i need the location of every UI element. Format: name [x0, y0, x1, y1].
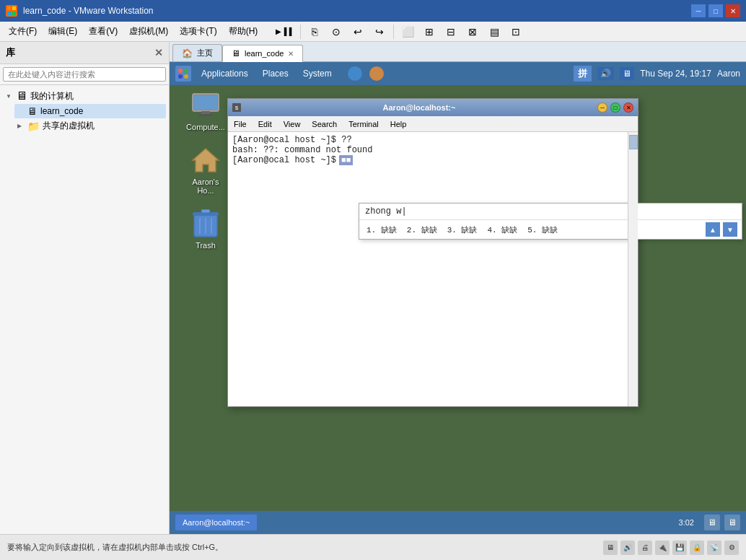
bottom-icon-2[interactable]: 🔊	[620, 541, 635, 555]
gnome-menu-system[interactable]: System	[299, 67, 336, 80]
computer-icon: 🖥	[16, 89, 27, 102]
terminal-menu-terminal[interactable]: Terminal	[343, 118, 385, 130]
gnome-apps-icon	[175, 66, 191, 82]
menu-help[interactable]: 帮助(H)	[223, 22, 264, 40]
svg-rect-15	[201, 209, 210, 213]
status-message: 要将输入定向到该虚拟机，请在虚拟机内部单击或按 Ctrl+G。	[7, 542, 223, 553]
desktop-icon-trash[interactable]: Trash	[184, 209, 227, 250]
terminal-title: Aaron@localhost:~	[244, 103, 594, 112]
bottom-icon-7[interactable]: 📡	[707, 541, 721, 555]
gnome-menu-places[interactable]: Places	[258, 67, 293, 80]
bottom-icon-4[interactable]: 🔌	[655, 541, 670, 555]
terminal-maximize-btn[interactable]: □	[610, 102, 620, 113]
bottom-icon-6[interactable]: 🔒	[690, 541, 704, 555]
terminal-text[interactable]: [Aaron@ocal host ~]$ ?? bash: ??: comman…	[228, 132, 628, 406]
terminal-minimize-btn[interactable]: ─	[597, 102, 607, 113]
vmware-icon	[6, 5, 17, 17]
tab-close-btn[interactable]: ✕	[288, 50, 294, 58]
sidebar-close-btn[interactable]: ✕	[154, 47, 163, 58]
ime-down-btn[interactable]: ▼	[723, 222, 737, 237]
tree-item-learn-code[interactable]: 🖥 learn_code	[14, 104, 166, 118]
terminal-scrollbar[interactable]	[628, 132, 638, 406]
toolbar-sep-2	[393, 25, 394, 39]
title-bar: learn_code - VMware Workstation ─ □ ✕	[0, 0, 746, 22]
tree-label-learn-code: learn_code	[40, 106, 83, 116]
desktop-icon-home[interactable]: Aaron's Ho...	[184, 146, 227, 195]
vm-screen[interactable]: Applications Places System 拼 🔊 🖥 Thu Sep…	[170, 62, 746, 534]
terminal-menu-file[interactable]: File	[228, 118, 253, 130]
tree-label-shared: 共享的虚拟机	[43, 120, 95, 132]
tab-home[interactable]: 🏠 主页	[172, 44, 222, 61]
ime-candidate-1[interactable]: 1. 缺缺	[364, 224, 400, 236]
bottom-icon-3[interactable]: 🖨	[638, 541, 652, 555]
menu-edit[interactable]: 编辑(E)	[43, 22, 83, 40]
terminal-menu-search[interactable]: Search	[306, 118, 343, 130]
toolbar-btn-8[interactable]: ⊠	[462, 22, 483, 41]
minimize-button[interactable]: ─	[691, 4, 706, 17]
menu-file[interactable]: 文件(F)	[3, 22, 43, 40]
svg-rect-3	[12, 12, 16, 15]
terminal-close-btn[interactable]: ✕	[623, 102, 633, 113]
gnome-taskbar: Aaron@localhost:~ 3:02 🖥 🖥	[170, 511, 746, 534]
svg-point-5	[184, 69, 188, 73]
gnome-panel: Applications Places System 拼 🔊 🖥 Thu Sep…	[170, 62, 746, 85]
toolbar-btn-3[interactable]: ↩	[348, 22, 368, 41]
terminal-window: $ Aaron@localhost:~ ─ □ ✕ File Edit View…	[227, 98, 639, 407]
globe-icon-1	[348, 66, 362, 81]
menu-vm[interactable]: 虚拟机(M)	[123, 22, 174, 40]
menu-view[interactable]: 查看(V)	[83, 22, 123, 40]
desktop-icon-computer[interactable]: Compute...	[184, 91, 227, 131]
toolbar-btn-4[interactable]: ↪	[369, 22, 390, 41]
ime-candidate-5[interactable]: 5. 缺缺	[525, 224, 561, 236]
toolbar-btn-10[interactable]: ⊡	[506, 22, 526, 41]
menu-tab[interactable]: 选项卡(T)	[174, 22, 222, 40]
toolbar-btn-1[interactable]: ⎘	[304, 22, 325, 41]
toolbar-pause-btn[interactable]: ▶▐▐	[271, 22, 297, 41]
taskbar-clock: 3:02	[679, 518, 694, 527]
svg-rect-2	[7, 12, 11, 15]
toolbar-btn-9[interactable]: ▤	[484, 22, 504, 41]
computer-label: Compute...	[186, 123, 225, 131]
ime-candidate-4[interactable]: 4. 缺缺	[484, 224, 520, 236]
terminal-titlebar: $ Aaron@localhost:~ ─ □ ✕	[228, 99, 638, 116]
sidebar-title: 库	[6, 46, 15, 59]
svg-rect-0	[7, 6, 11, 10]
window-controls: ─ □ ✕	[691, 4, 740, 17]
bottom-icon-5[interactable]: 💾	[672, 541, 687, 555]
main-area: 库 ✕ ▼ 🖥 我的计算机 🖥 learn_code	[0, 42, 746, 534]
tab-bar: 🏠 主页 🖥 learn_code ✕	[170, 42, 746, 62]
taskbar-right: 3:02 🖥 🖥	[679, 515, 740, 530]
terminal-menu-view[interactable]: View	[278, 118, 307, 130]
menu-bar: 文件(F) 编辑(E) 查看(V) 虚拟机(M) 选项卡(T) 帮助(H) ▶▐…	[0, 22, 746, 42]
bottom-icon-8[interactable]: ⚙	[724, 541, 739, 555]
sidebar-search-input[interactable]	[3, 67, 166, 82]
taskbar-terminal-btn[interactable]: Aaron@localhost:~	[175, 515, 257, 530]
tree-item-my-computer[interactable]: ▼ 🖥 我的计算机	[3, 88, 166, 104]
maximize-button[interactable]: □	[708, 4, 723, 17]
vmware-bottom-icons: 🖥 🔊 🖨 🔌 💾 🔒 📡 ⚙	[603, 541, 739, 555]
window-title: learn_code - VMware Workstation	[23, 6, 685, 16]
scrollbar-thumb[interactable]	[629, 135, 638, 149]
vm-icon: 🖥	[27, 105, 38, 117]
bottom-icon-1[interactable]: 🖥	[603, 541, 618, 555]
tab-learn-code[interactable]: 🖥 learn_code ✕	[222, 45, 303, 62]
tree-arrow-shared: ▶	[17, 123, 25, 129]
computer-desktop-icon	[191, 91, 220, 120]
toolbar-btn-7[interactable]: ⊟	[441, 22, 461, 41]
taskbar-icon-1: 🖥	[704, 515, 720, 530]
ime-up-btn[interactable]: ▲	[706, 222, 720, 237]
svg-rect-1	[12, 6, 16, 10]
tree-item-shared-vms[interactable]: ▶ 📁 共享的虚拟机	[14, 118, 166, 134]
display-icon: 🖥	[620, 67, 634, 80]
toolbar-btn-5[interactable]: ⬜	[398, 22, 418, 41]
sidebar-tree: ▼ 🖥 我的计算机 🖥 learn_code ▶ 📁 共享的虚拟机	[0, 85, 169, 534]
gnome-menu-applications[interactable]: Applications	[197, 67, 253, 80]
ime-candidate-2[interactable]: 2. 缺缺	[404, 224, 440, 236]
ime-candidate-3[interactable]: 3. 缺缺	[444, 224, 480, 236]
toolbar-sep-1	[300, 25, 301, 39]
toolbar-btn-2[interactable]: ⊙	[326, 22, 346, 41]
terminal-menu-edit[interactable]: Edit	[253, 118, 278, 130]
toolbar-btn-6[interactable]: ⊞	[419, 22, 439, 41]
terminal-menu-help[interactable]: Help	[385, 118, 413, 130]
close-button[interactable]: ✕	[726, 4, 740, 17]
